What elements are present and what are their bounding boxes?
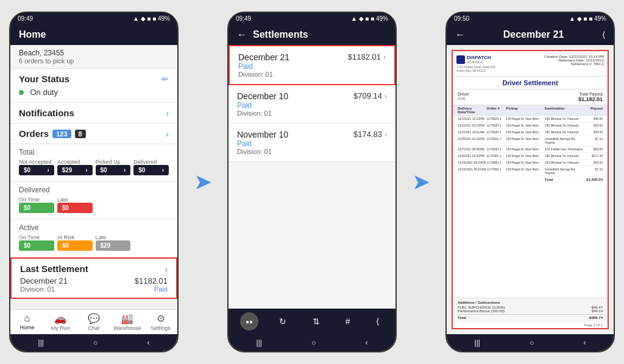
nav-settings[interactable]: ⚙ Settings: [144, 313, 177, 331]
doc-header: DISPATCH SCIENCE 1710 Prairie Drive, Sui…: [453, 51, 608, 77]
phone-nav-home[interactable]: ○: [88, 337, 102, 348]
total-row: Not Accepted $0 › Accepted $29 › Picked …: [19, 159, 169, 175]
s-paid-2: Paid: [237, 101, 288, 110]
s-item-1-right: $1182.01 ›: [348, 52, 386, 61]
s-paid-1: Paid: [238, 62, 289, 71]
edit-icon[interactable]: ✏: [161, 74, 169, 84]
del-on-time-label: On Time: [19, 197, 40, 203]
act-on-time-btn[interactable]: $0: [19, 240, 54, 251]
settlement-info-row: December 21 Division: 01 $1182.01 Paid: [20, 276, 168, 293]
toolbar-refresh-icon[interactable]: ↻: [274, 314, 291, 329]
orders-badge-num: 8: [75, 130, 86, 138]
s-item-2-left: December 10 Paid Division: 01: [237, 91, 288, 117]
not-accepted-btn[interactable]: $0 ›: [19, 165, 54, 175]
act-at-risk-btn[interactable]: $0: [57, 240, 93, 251]
toolbar-share-icon[interactable]: ⟨: [371, 314, 384, 329]
phone-nav-menu[interactable]: |||: [34, 337, 49, 348]
s-item-3-right: $174.83 ›: [353, 130, 387, 139]
screen-3: ← December 21 ⟨ DISPATCH SCIENCE: [447, 24, 614, 351]
add-total-label: Total: [458, 316, 466, 320]
phone-2-nav-back[interactable]: ‹: [360, 337, 372, 348]
del-on-time: On Time $0: [19, 197, 54, 213]
table-row: 12/1/2021 02:24PM 1175625-1 140 Regal Dr…: [453, 122, 608, 129]
doc-driver-row: Driver 2291 Total Payout $1,182.01: [453, 89, 608, 105]
picked-up-btn[interactable]: $0 ›: [96, 165, 131, 175]
doc-logo: DISPATCH SCIENCE 1710 Prairie Drive, Sui…: [456, 55, 495, 72]
orders-header: Orders 123 8 ›: [19, 128, 169, 139]
phone-nav-back[interactable]: ‹: [142, 337, 154, 348]
settlements-back-btn[interactable]: ←: [237, 29, 247, 40]
last-settlement-section[interactable]: Last Settlement › December 21 Division: …: [10, 257, 177, 299]
battery-icons-1: ▲ ◆ ■ ■ 49%: [133, 15, 170, 22]
settlement-item-2[interactable]: December 10 Paid Division: 01 $709.14 ›: [229, 85, 395, 124]
nav-home[interactable]: ⌂ Home: [10, 313, 44, 331]
del-on-time-btn[interactable]: $0: [19, 203, 54, 213]
toolbar-circle-inner: ●●: [246, 318, 253, 325]
act-late-btn[interactable]: $29: [96, 240, 131, 251]
table-row: 12/7/2021 09:58AM 1176200-1 140 Regal Dr…: [453, 146, 608, 153]
driver-label: Driver: [458, 92, 469, 96]
status-value: On duty: [30, 88, 58, 97]
total-stats: Total Not Accepted $0 › Accepted $29 › P…: [10, 144, 177, 182]
phone-3-nav-menu[interactable]: |||: [470, 337, 485, 348]
add-val-2: $49.14: [592, 309, 603, 313]
th-pickup: Pickup: [506, 107, 544, 114]
act-spacer: [133, 234, 169, 251]
accepted-btn[interactable]: $29 ›: [57, 165, 93, 175]
driver-info: Driver 2291: [458, 92, 469, 102]
delivered-btn[interactable]: $0 ›: [133, 165, 169, 175]
total-payout-label: Total Payout: [579, 92, 603, 96]
settlement-document: DISPATCH SCIENCE 1710 Prairie Drive, Sui…: [452, 50, 609, 329]
del-late: Late $0: [57, 197, 93, 213]
doc-table: Delivery Date/Time Order # Pickup Destin…: [453, 105, 608, 298]
th-dest: Destination: [545, 107, 583, 114]
chat-icon: 💬: [88, 313, 100, 324]
delivered-stats-label: Delivered: [19, 186, 169, 194]
table-row: 12/16/2021 09:22AM 1177082-1 140 Regal D…: [453, 166, 608, 177]
phone-3-nav-home[interactable]: ○: [525, 337, 539, 348]
orders-section[interactable]: Orders 123 8 ›: [10, 124, 177, 144]
nav-chat[interactable]: 💬 Chat: [77, 313, 111, 331]
doc-footer: Additions / Subtractions FUEL SURCHARGE …: [453, 298, 608, 322]
settlement-left: December 21 Division: 01: [20, 276, 68, 293]
myrun-icon: 🚗: [54, 313, 66, 324]
table-row: 12/3/2021 01:10PM 1176001-1 140 Regal Dr…: [453, 136, 608, 146]
total-value: $1,649.00: [583, 178, 603, 181]
settlement-item-3[interactable]: November 10 Paid Division: 01 $174.83 ›: [229, 124, 395, 162]
nav-warehouse[interactable]: 🏭 Warehouse: [110, 313, 144, 331]
nav-myrun[interactable]: 🚗 My Run: [44, 313, 77, 331]
home-icon: ⌂: [24, 313, 30, 324]
total-payout-info: Total Payout $1,182.01: [578, 92, 603, 102]
additions-label: Additions / Subtractions: [458, 301, 603, 304]
phone-3-nav-back[interactable]: ‹: [578, 337, 590, 348]
s-item-3-left: November 10 Paid Division: 01: [237, 130, 288, 155]
s-division-3: Division: 01: [237, 148, 288, 155]
orders-title: Orders: [19, 128, 49, 139]
main-container: 09:49 ▲ ◆ ■ ■ 49% Home Beach, 23455 6 or…: [0, 0, 624, 364]
phone-3: 09:50 ▲ ◆ ■ ■ 49% ← December 21 ⟨ DI: [445, 12, 615, 352]
stat-delivered: Delivered $0 ›: [133, 159, 169, 175]
notifications-section[interactable]: Notifications ›: [10, 103, 177, 124]
act-on-time: On Time $0: [19, 234, 54, 251]
settlement-date: December 21: [20, 276, 68, 285]
act-at-risk-label: At Risk: [57, 234, 75, 240]
s-division-2: Division: 01: [237, 110, 288, 117]
not-accepted-label: Not Accepted: [19, 159, 52, 165]
toolbar-hash-icon[interactable]: #: [341, 314, 355, 329]
detail-back-btn[interactable]: ←: [455, 29, 465, 40]
driver-name: 2291: [458, 97, 466, 100]
toolbar-sort-icon[interactable]: ⇅: [308, 314, 325, 329]
time-2: 09:49: [236, 15, 251, 22]
status-bar-1: 09:49 ▲ ◆ ■ ■ 49%: [10, 13, 177, 24]
phone-2-nav-menu[interactable]: |||: [252, 337, 267, 348]
table-header: Delivery Date/Time Order # Pickup Destin…: [453, 105, 608, 116]
arrow-2-container: ➤: [403, 169, 439, 195]
detail-share-btn[interactable]: ⟨: [602, 30, 605, 40]
total-payout-amount: $1,182.01: [578, 96, 603, 102]
act-on-time-label: On Time: [19, 234, 40, 240]
del-late-btn[interactable]: $0: [57, 203, 93, 213]
phone-2-nav-home[interactable]: ○: [307, 337, 321, 348]
settlement-item-1[interactable]: December 21 Paid Division: 01 $1182.01 ›: [229, 45, 395, 85]
accepted-label: Accepted: [57, 159, 80, 165]
s-date-1: December 21: [238, 52, 289, 62]
